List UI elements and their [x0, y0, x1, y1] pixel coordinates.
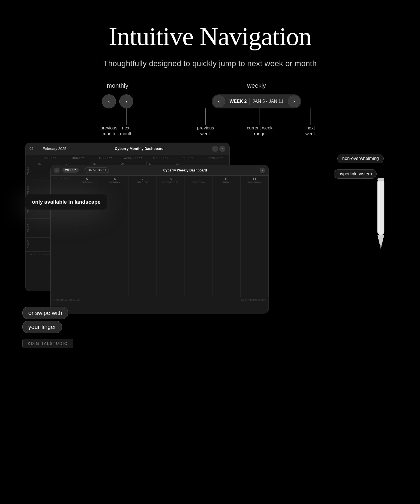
weekly-r2-c3 [129, 199, 157, 213]
weekly-r3-c2 [101, 213, 129, 227]
weekly-r2-c6 [213, 199, 241, 213]
pencil-area [370, 176, 392, 256]
monthly-next-line [126, 108, 127, 125]
weekly-r3-c3 [129, 213, 157, 227]
weekly-row-7 [51, 269, 269, 283]
swipe-area: or swipe with your finger [22, 307, 68, 333]
weekly-tablet-footer: © KDIGITALSTUDIO, LLC KDIGITALSTUDIO.COM [51, 297, 269, 303]
weekly-center: WEEK 2 JAN 5 - JAN 11 [226, 98, 288, 105]
weekly-r5-c2 [101, 241, 129, 255]
weekly-r1-c4 [157, 185, 185, 199]
week-badge-label: WEEK 2 [230, 99, 247, 104]
svg-rect-1 [377, 178, 384, 181]
weekly-r6-c1 [73, 255, 101, 269]
weekly-footer-left: © KDIGITALSTUDIO, LLC [53, 299, 80, 301]
weekly-next-line [311, 108, 311, 125]
month-number: 02 [29, 147, 33, 151]
weekly-col-5: 5 SUNDAY [73, 176, 101, 185]
weekly-prev-button[interactable]: ‹ [213, 96, 225, 107]
weekly-r1-c6 [213, 185, 241, 199]
swipe-text2: your finger [22, 321, 62, 333]
header-divider [38, 147, 38, 151]
monthly-next-button[interactable]: › [119, 94, 133, 108]
weekly-r7-c2 [101, 269, 129, 283]
weekly-desc-row: previousweek current weekrange nextweek [195, 108, 318, 137]
weekly-r5-c7 [241, 241, 269, 255]
weekly-col-9: 9 THURSDAY [185, 176, 213, 185]
weekly-tablet-title: Cyberry Weekly Dashboard [111, 168, 260, 172]
weekly-row-5 [51, 241, 269, 255]
weekly-r7-c5 [185, 269, 213, 283]
weekly-tablet-header: ‹ WEEK 2 | JAN 5 - JAN 11 Cyberry Weekly… [51, 165, 269, 176]
day-saturday: SATURDAY [202, 155, 229, 161]
weekly-badge-group: WEEK 2 | JAN 5 - JAN 11 [61, 168, 109, 173]
monthly-tablet-next[interactable]: › [219, 146, 225, 152]
weekly-r7-c4 [157, 269, 185, 283]
weekly-r6-c5 [185, 255, 213, 269]
nav-diagram: monthly ‹ › previousmonth nextmonth week… [0, 82, 420, 137]
swipe-line1: or swipe with [22, 307, 68, 321]
weekly-r3-c6 [213, 213, 241, 227]
weekly-tablet-prev[interactable]: ‹ [54, 168, 60, 173]
week5-label: WEEK 5 [25, 161, 37, 180]
week-col-spacer [25, 155, 37, 161]
weekly-current-desc: current weekrange [247, 108, 273, 137]
pencil-icon [370, 176, 392, 255]
monthly-prev-button[interactable]: ‹ [102, 94, 116, 108]
weekly-col-10: 10 FRIDAY [213, 176, 241, 185]
monthly-tablet-title: Cyberry Monthly Dashboard [70, 147, 209, 151]
weekly-next-desc: nextweek [305, 108, 316, 137]
monthly-tablet-prev[interactable]: ‹ [212, 146, 218, 152]
weekly-range: JAN 5 - JAN 11 [85, 168, 109, 173]
weekly-priorities-4 [51, 227, 73, 241]
weekly-current-line [260, 108, 260, 125]
weekly-r4-c4 [157, 227, 185, 241]
weekly-r8-c3 [129, 283, 157, 297]
weekly-r2-c7 [241, 199, 269, 213]
header-section: Intuitive Navigation Thoughtfully design… [0, 0, 420, 74]
weekly-col-7: 7 TUESDAY [129, 176, 157, 185]
weekly-priorities-8 [51, 283, 73, 297]
weekly-next-button[interactable]: › [288, 96, 300, 107]
weekly-tablet-next[interactable]: › [260, 168, 265, 173]
monthly-tablet-nav: ‹ › [212, 146, 225, 152]
day-monday: MONDAY [64, 155, 92, 161]
priorities-header: PRIORITIES [51, 176, 73, 185]
weekly-r6-c7 [241, 255, 269, 269]
weekly-r7-c6 [213, 269, 241, 283]
weekly-r6-c2 [101, 255, 129, 269]
weekly-col-6: 6 MONDAY [101, 176, 129, 185]
weekly-r1-c3 [129, 185, 157, 199]
weekly-label: weekly [247, 82, 266, 89]
weekly-r2-c5 [185, 199, 213, 213]
day-tuesday: TUESDAY [92, 155, 119, 161]
week-sep-line [249, 98, 250, 105]
monthly-nav-section: monthly ‹ › previousmonth nextmonth [102, 82, 133, 137]
monthly-next-label: nextmonth [114, 125, 139, 137]
weekly-r6-c3 [129, 255, 157, 269]
weekly-r7-c1 [73, 269, 101, 283]
svg-rect-2 [378, 182, 380, 232]
weekly-grid-header: PRIORITIES 5 SUNDAY 6 MONDAY 7 TUESDAY [51, 176, 269, 185]
weekly-r5-c3 [129, 241, 157, 255]
weekly-r8-c2 [101, 283, 129, 297]
monthly-desc-pair: previousmonth nextmonth [102, 108, 133, 137]
page-title: Intuitive Navigation [0, 22, 420, 51]
weekly-priorities-6 [51, 255, 73, 269]
weekly-r7-c7 [241, 269, 269, 283]
month-name: February 2025 [43, 147, 66, 151]
weekly-r5-c5 [185, 241, 213, 255]
weekly-r4-c3 [129, 227, 157, 241]
week-range-text: JAN 5 - JAN 11 [253, 99, 283, 104]
monthly-title-text2: Monthly Dashboard [130, 147, 164, 151]
weekly-r1-c7 [241, 185, 269, 199]
weekly-priorities-5 [51, 241, 73, 255]
weekly-row-8 [51, 283, 269, 297]
swipe-line2: your finger [22, 321, 68, 333]
landscape-callout-area: only available in landscape [25, 194, 107, 210]
weekly-r2-c4 [157, 199, 185, 213]
cal-days-header: SUNDAY MONDAY TUESDAY WEDNESDAY THURSDAY… [25, 155, 229, 161]
weekly-r5-c6 [213, 241, 241, 255]
day-friday: FRIDAY [174, 155, 202, 161]
brand-name: KDIGITALSTUDIO [28, 341, 68, 346]
